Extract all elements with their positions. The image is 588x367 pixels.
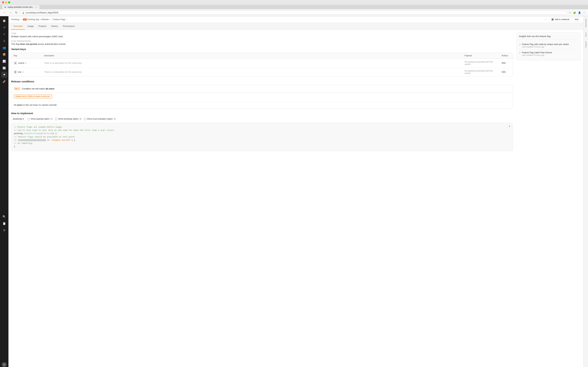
variant-keys-heading: Variant keys [11,48,513,50]
col-description: Description [42,53,462,58]
forward-button[interactable]: → [8,10,13,15]
cell-key-b: B test ⧉ [11,68,42,76]
refresh-button[interactable]: ↻ [14,10,18,15]
implement-heading: How to implement [11,112,513,115]
sidebar-item-notebooks[interactable]: ≡ [1,31,7,37]
sidebar-item-settings[interactable]: ⚙ [1,227,7,233]
copy-code-button[interactable]: ⧉ [508,124,511,128]
nav-icons: ☆ 🧩 👤 ⋮ [568,11,586,15]
flag-persistence-section: FLAG PERSISTENCE This flag does not pers… [11,40,513,45]
copy-icon-a[interactable]: ⧉ [25,62,26,64]
code-line-6: // do something [14,142,510,145]
extensions-icon[interactable]: 🧩 [572,11,577,15]
code-line-1: // Ensure flags are loaded before usage. [14,126,510,129]
sidebar-item-replay[interactable]: ↺ [1,24,7,30]
tab-bar: 🐦 replay-activation-email-cam... ✕ [0,5,588,9]
release-conditions-section: Release conditions Set 1 Condition set w… [11,80,513,108]
content-area: TYPE Multiple variants with rollout perc… [8,30,583,157]
browser-tab[interactable]: 🐦 replay-activation-email-cam... ✕ [2,5,40,9]
cell-desc-b: There is no description for this variant… [42,68,462,76]
breadcrumb-posthog[interactable]: PostHog ▾ [11,18,20,21]
variant-keys-section: Variant keys Key Description Payload Rol… [11,48,513,77]
payload-checkbox[interactable] [28,118,30,120]
table-row: A control ⧉ There is no description for … [11,59,513,68]
show-local-eval-option[interactable]: Show local evaluation option i [84,118,116,120]
sidebar-item-experiments[interactable]: 🔄 [1,65,7,71]
tab-overview[interactable]: Overview [11,23,25,30]
sidebar-item-events[interactable]: ⊙ [1,38,7,44]
tab-projects[interactable]: Projects [36,23,49,30]
notebooks-panel-icon[interactable]: Notebooks [585,17,587,29]
url-bar[interactable]: 🔒 us.posthog.com/feature_flags/25026 [20,11,567,15]
sidebar-item-search[interactable]: 🔍 [1,214,7,220]
language-select[interactable]: JavaScript ▾ [11,117,25,121]
notebook-icon: 📓 [551,18,554,21]
insight-name-2[interactable]: Feature Flag Called Total Volume [522,51,552,54]
flag-persistence-value: This flag does not persist across authen… [11,43,513,45]
maximize-button[interactable] [8,1,10,3]
bootstrap-checkbox[interactable] [55,118,57,120]
profile-icon[interactable]: 👤 [577,11,582,15]
language-label: JavaScript [13,118,22,120]
tab-title: replay-activation-email-cam... [8,6,34,8]
insight-modified-2: Last modified 14 hours ago [522,54,552,56]
insight-name-1[interactable]: Feature Flag calls made by unique users … [522,43,569,45]
sidebar-item-feature-flags[interactable]: ⚑ [1,72,7,78]
bootstrap-info-icon[interactable]: i [79,118,82,120]
sidebar-item-persons[interactable]: 👥 [1,45,7,51]
breadcrumb-feature-flags[interactable]: Feature Flags [53,18,65,21]
conditions-box: Set 1 Condition set will match all users… [11,85,513,108]
code-block: ⧉ // Ensure flags are loaded before usag… [11,123,513,151]
chart-icon-1: ↗ [519,43,521,46]
tab-permissions[interactable]: Permissions [60,23,77,30]
sidebar-item-home[interactable]: 🏠 [1,17,7,24]
type-value: Multiple variants with rollout percentag… [11,35,513,38]
docs-panel-icon[interactable]: Docs [585,31,587,38]
tabs-bar: Overview Usage Projects History Permissi… [8,23,583,30]
edit-button[interactable]: Edit [573,17,580,22]
right-panel: Notebooks Docs Support [583,16,588,367]
cell-rollout-b: 50% [499,68,513,76]
add-to-notebook-button[interactable]: 📓 Add to notebook [549,17,571,22]
sidebar-item-data[interactable]: 📦 [1,51,7,58]
insight-item-2: ↗ Feature Flag Called Total Volume Last … [519,50,578,58]
cell-payload-a: No payload associated with this variant [462,59,499,67]
bookmark-icon[interactable]: ☆ [568,11,572,15]
variant-table: Key Description Payload Rollout A contro… [11,53,513,77]
show-payload-option[interactable]: Show payload option i [28,118,53,120]
tab-usage[interactable]: Usage [25,23,36,30]
release-conditions-heading: Release conditions [11,80,513,83]
insights-title: Insights that use this feature flag [519,35,578,39]
local-eval-info-icon[interactable]: i [113,118,116,120]
close-button[interactable] [2,1,4,3]
cell-payload-b: No payload associated with this variant [462,68,499,76]
payload-info-icon[interactable]: i [50,118,53,120]
condition-header: Set 1 Condition set will match all users [11,85,513,92]
insight-item-1: ↗ Feature Flag calls made by unique user… [519,42,578,50]
tab-close-button[interactable]: ✕ [35,6,38,8]
col-rollout: Rollout [499,53,513,58]
copy-icon-b[interactable]: ⧉ [22,71,24,73]
code-line-3: posthog.onFeatureFlags(function() { [14,132,510,135]
menu-icon[interactable]: ⋮ [582,11,586,15]
show-bootstrap-option[interactable]: Show bootstrap option i [55,118,81,120]
back-button[interactable]: ← [2,10,7,15]
sidebar-item-activity[interactable]: 📋 [1,220,7,226]
breadcrumb-more-button[interactable]: ··· [543,17,548,21]
col-key: Key [11,53,42,58]
nav-bar: ← → ↻ 🔒 us.posthog.com/feature_flags/250… [0,9,588,16]
user-avatar[interactable]: U [2,362,7,367]
sidebar-item-insights[interactable]: 📊 [1,58,7,64]
minimize-button[interactable] [5,1,7,3]
support-panel-icon[interactable]: Support [585,40,587,49]
flag-persistence-label: FLAG PERSISTENCE [11,40,513,42]
chart-icon-2: ↗ [519,52,521,54]
main-area: PostHog ▾ / 🏠 PostHog App + Website ▾ / … [8,16,583,367]
url-text: us.posthog.com/feature_flags/25026 [25,11,58,14]
local-eval-checkbox[interactable] [84,118,86,120]
breadcrumb-actions: ··· 📓 Add to notebook Edit [543,17,580,22]
table-row: B test ⧉ There is no description for thi… [11,68,513,76]
sidebar-item-deploy[interactable]: 🚀 [1,78,7,84]
breadcrumb-app[interactable]: 🏠 PostHog App + Website ▾ [23,18,50,21]
tab-history[interactable]: History [49,23,60,30]
